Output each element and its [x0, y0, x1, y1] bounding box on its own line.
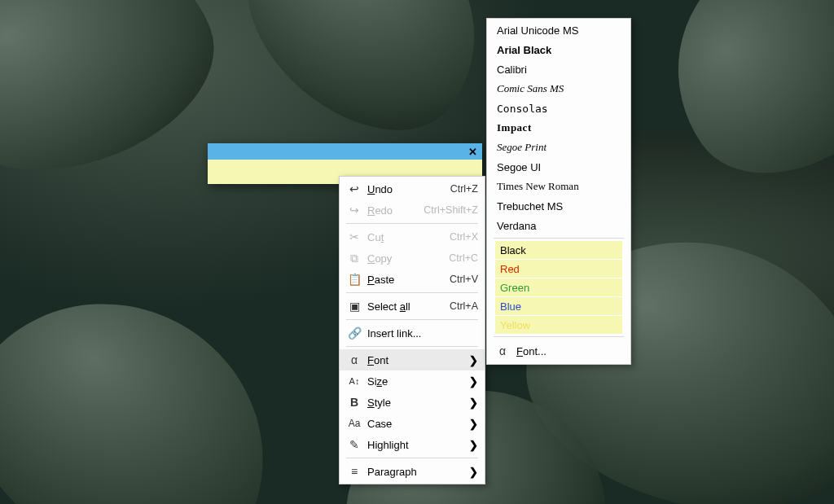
font-icon: α — [345, 353, 364, 366]
menu-copy: ⧉ Copy Ctrl+C — [340, 248, 485, 269]
menu-label: Font — [364, 354, 467, 366]
menu-separator — [346, 319, 478, 320]
menu-label: Select all — [364, 300, 430, 313]
color-option[interactable]: Red — [495, 260, 622, 278]
context-menu: ↩ Undo Ctrl+Z ↪ Redo Ctrl+Shift+Z ✂ Cut … — [339, 176, 485, 484]
select-all-icon: ▣ — [345, 300, 364, 313]
menu-label: Font... — [511, 345, 546, 357]
menu-cut: ✂ Cut Ctrl+X — [340, 226, 485, 248]
cut-icon: ✂ — [345, 230, 364, 243]
menu-shortcut: Ctrl+X — [430, 231, 478, 243]
font-option[interactable]: Impact — [487, 118, 630, 138]
font-option[interactable]: Consolas — [487, 99, 630, 118]
menu-separator — [346, 223, 478, 224]
menu-shortcut: Ctrl+Shift+Z — [404, 204, 478, 216]
size-icon: A↕ — [345, 376, 364, 386]
copy-icon: ⧉ — [345, 252, 364, 265]
menu-label: Cut — [364, 231, 430, 243]
font-option[interactable]: Segoe Print — [487, 138, 630, 157]
chevron-right-icon: ❯ — [467, 439, 478, 451]
menu-shortcut: Ctrl+C — [429, 252, 478, 264]
font-option[interactable]: Arial Black — [487, 40, 630, 59]
close-icon[interactable]: ✕ — [466, 145, 479, 158]
menu-separator — [346, 346, 478, 347]
menu-shortcut: Ctrl+A — [430, 300, 478, 312]
menu-shortcut: Ctrl+V — [430, 274, 478, 285]
menu-font-dialog[interactable]: α Font... — [487, 340, 630, 362]
menu-case[interactable]: Aa Case ❯ — [340, 413, 485, 434]
font-option[interactable]: Verdana — [487, 216, 630, 235]
menu-style[interactable]: B Style ❯ — [340, 392, 485, 413]
font-option[interactable]: Calibri — [487, 59, 630, 79]
menu-separator — [494, 238, 624, 239]
menu-undo[interactable]: ↩ Undo Ctrl+Z — [340, 178, 485, 199]
menu-label: Paragraph — [364, 466, 467, 478]
font-option[interactable]: Times New Roman — [487, 177, 630, 196]
bg-leaf — [0, 248, 318, 504]
menu-paragraph[interactable]: ≡ Paragraph ❯ — [340, 461, 485, 482]
menu-redo: ↪ Redo Ctrl+Shift+Z — [340, 199, 485, 221]
link-icon: 🔗 — [345, 327, 364, 340]
menu-label: Redo — [364, 204, 404, 217]
menu-label: Case — [364, 418, 467, 430]
menu-shortcut: Ctrl+Z — [431, 183, 478, 195]
color-option[interactable]: Yellow — [495, 316, 622, 334]
menu-label: Paste — [364, 274, 430, 286]
menu-label: Size — [364, 375, 467, 388]
menu-size[interactable]: A↕ Size ❯ — [340, 370, 485, 392]
menu-paste[interactable]: 📋 Paste Ctrl+V — [340, 269, 485, 290]
paste-icon: 📋 — [345, 273, 364, 286]
menu-insert-link[interactable]: 🔗 Insert link... — [340, 322, 485, 344]
font-option[interactable]: Segoe UI — [487, 157, 630, 177]
menu-label: Highlight — [364, 439, 467, 451]
font-option[interactable]: Comic Sans MS — [487, 79, 630, 99]
style-icon: B — [345, 396, 364, 409]
font-option[interactable]: Arial Unicode MS — [487, 20, 630, 40]
font-submenu: Arial Unicode MSArial BlackCalibriComic … — [486, 18, 631, 365]
color-list: BlackRedGreenBlueYellow — [487, 241, 630, 334]
color-option[interactable]: Blue — [495, 297, 622, 315]
chevron-right-icon: ❯ — [467, 418, 478, 430]
chevron-right-icon: ❯ — [467, 397, 478, 409]
highlight-icon: ✎ — [345, 438, 364, 451]
redo-icon: ↪ — [345, 204, 364, 217]
color-option[interactable]: Green — [495, 278, 622, 296]
font-list: Arial Unicode MSArial BlackCalibriComic … — [487, 20, 630, 235]
menu-font[interactable]: α Font ❯ — [340, 349, 485, 370]
menu-highlight[interactable]: ✎ Highlight ❯ — [340, 434, 485, 455]
font-option[interactable]: Trebuchet MS — [487, 196, 630, 216]
menu-label: Style — [364, 397, 467, 409]
menu-separator — [346, 458, 478, 458]
bg-leaf — [0, 0, 239, 204]
paragraph-icon: ≡ — [345, 465, 364, 478]
menu-separator — [346, 292, 478, 293]
color-option[interactable]: Black — [495, 241, 622, 259]
menu-select-all[interactable]: ▣ Select all Ctrl+A — [340, 296, 485, 317]
menu-separator — [494, 336, 624, 337]
chevron-right-icon: ❯ — [467, 354, 478, 366]
chevron-right-icon: ❯ — [467, 466, 478, 478]
undo-icon: ↩ — [345, 182, 364, 195]
font-icon: α — [494, 344, 511, 357]
sticky-note-titlebar[interactable]: ✕ — [208, 143, 482, 160]
bg-leaf — [630, 0, 834, 214]
menu-label: Undo — [364, 183, 431, 195]
case-icon: Aa — [345, 418, 364, 429]
menu-label: Copy — [364, 252, 429, 265]
menu-label: Insert link... — [364, 327, 478, 340]
chevron-right-icon: ❯ — [467, 375, 478, 388]
